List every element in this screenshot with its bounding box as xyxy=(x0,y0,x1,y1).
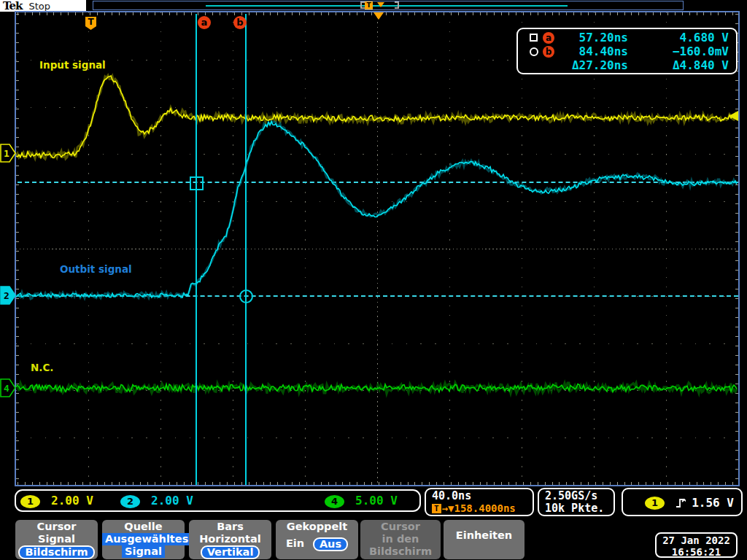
trigger-delay-t-icon: T xyxy=(432,504,441,513)
logo-tab: Tek Stop xyxy=(0,0,86,12)
datetime-box: 27 Jan 2022 16:56:21 xyxy=(655,532,738,558)
cursor-b-handle[interactable]: b xyxy=(233,16,247,29)
menu-bars-button[interactable]: Bars Horizontal Vertikal xyxy=(189,520,271,559)
waveform-display xyxy=(16,12,738,485)
square-icon xyxy=(530,34,541,42)
trigger-level-arrow[interactable] xyxy=(729,111,738,121)
menu-quelle-button[interactable]: Quelle Ausgewähltes Signal xyxy=(102,520,185,559)
svg-text:4: 4 xyxy=(4,383,9,394)
record-trigger-icon: T xyxy=(365,1,373,9)
trigger-source-badge[interactable]: 1 xyxy=(645,497,665,510)
record-waveform-line xyxy=(206,5,568,7)
menu-cursor-screen-button: Cursor in den Bildschirm xyxy=(360,520,441,559)
cursor-a-row: a 57.20ns 4.680 V xyxy=(530,31,729,44)
circle-icon xyxy=(530,47,541,56)
graticule: a b T Input signal Outbit signal N.C. xyxy=(15,11,740,486)
trigger-box: 1 1.56 V xyxy=(622,488,743,516)
trigger-delay-arrows: →▼ xyxy=(442,502,454,515)
ch1-badge[interactable]: 1 xyxy=(20,495,40,508)
bars-selected[interactable]: Vertikal xyxy=(201,545,260,559)
svg-text:2: 2 xyxy=(4,290,9,301)
window-bracket-right[interactable] xyxy=(395,1,399,9)
record-position-icon xyxy=(377,2,384,7)
cursor-a-handle[interactable]: a xyxy=(198,16,211,29)
cursor-b-row: b 84.40ns −160.0mV xyxy=(530,44,729,58)
acquisition-state: Stop xyxy=(28,1,50,12)
cursor-readout-box: a 57.20ns 4.680 V b 84.40ns −160.0mV Δ27… xyxy=(516,28,738,74)
record-view-bar[interactable]: T xyxy=(93,1,684,10)
ch2-position-marker[interactable]: 2 xyxy=(0,286,16,305)
gekoppelt-off-option[interactable]: Aus xyxy=(313,537,348,551)
cursor-type-selected[interactable]: Bildschirm xyxy=(18,545,94,559)
cursor-a-intersection-marker[interactable] xyxy=(190,176,204,190)
cursor-a-time: 57.20ns xyxy=(554,31,628,44)
svg-text:1: 1 xyxy=(4,148,9,159)
trigger-delay-value: 158.4000ns xyxy=(454,502,515,515)
ch4-position-marker[interactable]: 4 xyxy=(0,378,16,397)
acquisition-box: 2.50GS/s 10k Pkte. xyxy=(538,488,615,516)
cursor-b-intersection-marker[interactable] xyxy=(239,289,253,303)
time-value: 16:56:21 xyxy=(657,546,736,558)
trigger-level-value: 1.56 V xyxy=(692,496,734,510)
ch2-scale: 2.00 V xyxy=(151,494,193,508)
channel-scale-bar: 1 2.00 V 2 2.00 V 4 5.00 V xyxy=(15,489,421,512)
cursor-b-time: 84.40ns xyxy=(554,44,628,58)
oscilloscope-screen: { "header": { "logo": "Tek", "acq_state"… xyxy=(0,0,747,560)
expansion-point-icon[interactable] xyxy=(374,12,384,20)
ch4-trace-label: N.C. xyxy=(31,362,53,373)
date-value: 27 Jan 2022 xyxy=(657,534,736,546)
ch2-trace-label: Outbit signal xyxy=(60,263,132,275)
record-length: 10k Pkte. xyxy=(545,502,614,515)
timebase-scale: 40.0ns xyxy=(432,490,533,502)
sample-rate: 2.50GS/s xyxy=(545,490,614,502)
ch2-badge[interactable]: 2 xyxy=(120,495,140,508)
quelle-selected-1[interactable]: Ausgewähltes xyxy=(102,533,191,545)
ch4-scale: 5.00 V xyxy=(355,494,398,508)
ch1-trace-label: Input signal xyxy=(39,59,106,71)
ch4-badge[interactable]: 4 xyxy=(325,495,344,508)
ch1-scale: 2.00 V xyxy=(51,494,93,508)
menu-cursor-type-button[interactable]: Cursor Signal Bildschirm xyxy=(15,520,98,559)
cursor-a-badge: a xyxy=(543,32,554,44)
ch1-position-marker[interactable]: 1 xyxy=(0,144,16,163)
menu-einheiten-button[interactable]: Einheiten xyxy=(444,520,525,559)
cursor-delta-voltage: Δ4.840 V xyxy=(628,58,729,72)
cursor-b-voltage: −160.0mV xyxy=(628,44,729,58)
trigger-delay-readout: T →▼ 158.4000ns xyxy=(432,502,533,515)
cursor-a-vline[interactable] xyxy=(196,14,197,485)
cursor-b-badge: b xyxy=(543,46,554,58)
cursor-a-voltage: 4.680 V xyxy=(628,31,729,44)
cursor-delta-time: Δ27.20ns xyxy=(554,58,628,72)
timebase-box: 40.0ns T →▼ 158.4000ns xyxy=(425,488,534,516)
cursor-delta-row: Δ27.20ns Δ4.840 V xyxy=(530,58,729,72)
gekoppelt-on-option[interactable]: Ein xyxy=(286,537,304,551)
menu-gekoppelt-button[interactable]: Gekoppelt Ein Aus xyxy=(276,520,358,559)
cursor-b-vline[interactable] xyxy=(245,14,247,485)
rising-edge-icon xyxy=(676,497,686,509)
quelle-selected-2[interactable]: Signal xyxy=(122,545,165,558)
